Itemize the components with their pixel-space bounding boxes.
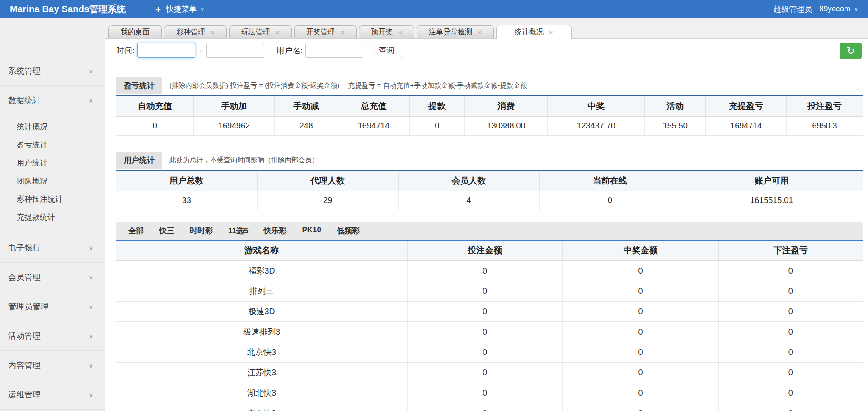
sidebar-item[interactable]: 系统管理∨ <box>0 57 105 85</box>
sidebar-subitem[interactable]: 统计概况 <box>0 118 105 136</box>
table-cell: 1694714 <box>338 117 410 136</box>
page-content: 盈亏统计 (排除内部会员数据) 投注盈亏 = (投注消费金额-返奖金额) 充提盈… <box>105 62 868 411</box>
sidebar-item[interactable]: 运维管理∨ <box>0 380 105 409</box>
time-to-input[interactable] <box>206 43 264 58</box>
game-tab[interactable]: 11选5 <box>221 222 256 240</box>
table-cell: 0 <box>718 322 863 342</box>
column-header: 中奖金额 <box>563 241 718 261</box>
chevron-down-icon: ∨ <box>854 6 858 12</box>
table-cell: 0 <box>407 342 563 363</box>
refresh-button[interactable]: ↻ <box>840 43 862 59</box>
document-tab[interactable]: 彩种管理× <box>164 25 227 38</box>
tab-label: 彩种管理 <box>176 28 205 37</box>
users-section-label: 用户统计 <box>116 152 162 169</box>
users-section-note: 此处为总计，不受查询时间影响（排除内部会员） <box>169 156 319 165</box>
query-bar: 时间: - 用户名: 查询 ↻ <box>105 39 868 62</box>
column-header: 下注盈亏 <box>718 241 863 261</box>
time-label: 时间: <box>116 45 135 56</box>
table-cell: 0 <box>718 302 863 322</box>
sidebar-item[interactable]: 内容管理∨ <box>0 351 105 380</box>
close-icon[interactable]: × <box>398 29 402 36</box>
sidebar-subitem[interactable]: 盈亏统计 <box>0 136 105 154</box>
table-cell: 33 <box>116 191 257 210</box>
close-icon[interactable]: × <box>478 29 482 36</box>
document-tab[interactable]: 注单异常检测× <box>417 25 494 38</box>
sidebar-item[interactable]: 活动管理∨ <box>0 321 105 350</box>
table-cell: 248 <box>274 117 338 136</box>
table-cell: 123437.70 <box>548 117 645 136</box>
table-cell: 29 <box>257 191 398 210</box>
sidebar-item[interactable]: 管理员管理∨ <box>0 292 105 321</box>
table-header-row: 用户总数代理人数会员人数当前在线账户可用 <box>116 170 863 191</box>
table-cell: 排列三 <box>116 281 407 302</box>
document-tab[interactable]: 统计概况× <box>496 25 572 39</box>
table-cell: 4 <box>398 191 539 210</box>
table-cell: 0 <box>563 281 718 302</box>
game-tab[interactable]: 快三 <box>151 222 182 240</box>
column-header: 游戏名称 <box>116 241 407 261</box>
sidebar-item[interactable]: 会员管理∨ <box>0 263 105 292</box>
column-header: 代理人数 <box>257 170 398 191</box>
sidebar-subitem[interactable]: 用户统计 <box>0 154 105 172</box>
table-cell: 6950.3 <box>786 117 863 136</box>
close-icon[interactable]: × <box>549 29 553 36</box>
sidebar-item-label: 数据统计 <box>8 95 41 106</box>
username-input[interactable] <box>305 43 363 58</box>
document-tab[interactable]: 玩法管理× <box>229 25 292 38</box>
sidebar-subitem[interactable]: 充提款统计 <box>0 208 105 227</box>
document-tab[interactable]: 开奖管理× <box>294 25 357 38</box>
table-cell: 0 <box>409 117 464 136</box>
chevron-down-icon: ∨ <box>89 245 93 251</box>
user-menu[interactable]: 超级管理员 89yecom ∨ <box>774 4 858 14</box>
sidebar: 系统管理∨数据统计∧统计概况盈亏统计用户统计团队概况彩种投注统计充提款统计电子银… <box>0 18 105 411</box>
chevron-down-icon: ∨ <box>89 362 93 369</box>
game-tab[interactable]: PK10 <box>294 222 329 240</box>
chevron-down-icon: ∨ <box>89 303 93 310</box>
column-header: 当前在线 <box>540 170 680 191</box>
table-cell: 0 <box>563 261 718 281</box>
user-table: 用户总数代理人数会员人数当前在线账户可用3329401615515.01 <box>116 170 863 210</box>
close-icon[interactable]: × <box>276 29 280 36</box>
time-from-input[interactable] <box>137 43 195 58</box>
tab-label: 预开奖 <box>371 28 393 37</box>
tab-label: 注单异常检测 <box>429 28 472 37</box>
sidebar-item[interactable]: 电子银行∨ <box>0 233 105 262</box>
date-range-separator: - <box>200 47 202 55</box>
quick-menu-button[interactable]: ＋ 快捷菜单 ∨ <box>154 3 204 15</box>
game-tab-bar: 全部快三时时彩11选5快乐彩PK10低频彩 <box>116 222 863 241</box>
table-row: 福彩3D000 <box>116 261 863 281</box>
table-cell: 0 <box>563 383 718 403</box>
table-cell: 0 <box>407 261 563 281</box>
sidebar-item-label: 活动管理 <box>8 331 41 341</box>
table-cell: 0 <box>407 302 563 322</box>
table-cell: 0 <box>718 383 863 403</box>
close-icon[interactable]: × <box>341 29 345 36</box>
game-tab[interactable]: 低频彩 <box>329 222 367 240</box>
document-tab[interactable]: 我的桌面 <box>108 25 162 38</box>
table-cell: 极速3D <box>116 302 407 322</box>
sidebar-subitem[interactable]: 团队概况 <box>0 172 105 190</box>
sidebar-item-label: 内容管理 <box>8 360 41 371</box>
quick-menu-label: 快捷菜单 <box>166 4 197 14</box>
profit-table: 自动充值手动加手动减总充值提款消费中奖活动充提盈亏投注盈亏01694962248… <box>116 95 863 136</box>
game-tab[interactable]: 全部 <box>116 222 151 240</box>
game-tab[interactable]: 快乐彩 <box>256 222 294 240</box>
table-cell: 0 <box>563 322 718 342</box>
sidebar-subitem[interactable]: 彩种投注统计 <box>0 190 105 208</box>
sidebar-item-label: 电子银行 <box>8 242 41 253</box>
table-cell: 0 <box>563 342 718 363</box>
sidebar-item-label: 会员管理 <box>8 272 41 283</box>
tab-label: 我的桌面 <box>121 28 150 37</box>
tab-bar: 我的桌面彩种管理×玩法管理×开奖管理×预开奖×注单异常检测×统计概况× <box>105 18 868 39</box>
user-name: 89yecom <box>819 5 850 14</box>
table-row: 3329401615515.01 <box>116 191 863 210</box>
document-tab[interactable]: 预开奖× <box>359 25 414 38</box>
search-button[interactable]: 查询 <box>371 43 402 58</box>
table-cell: 1694962 <box>194 117 274 136</box>
table-cell: 江苏快3 <box>116 363 407 383</box>
game-tab[interactable]: 时时彩 <box>182 222 221 240</box>
sidebar-item[interactable]: 数据统计∧ <box>0 86 105 115</box>
sidebar-item-label: 系统管理 <box>8 66 41 76</box>
close-icon[interactable]: × <box>211 29 215 36</box>
column-header: 手动加 <box>194 96 274 117</box>
